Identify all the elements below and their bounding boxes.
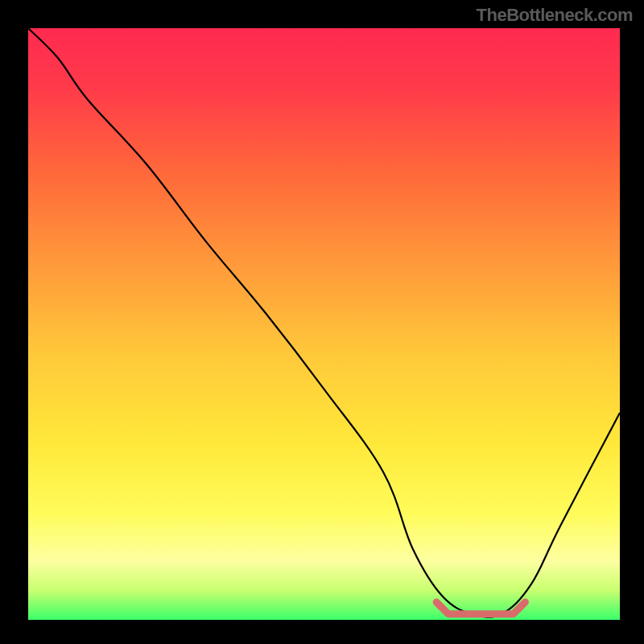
bottleneck-curve <box>28 28 620 617</box>
curve-svg <box>28 28 620 620</box>
chart-container: TheBottleneck.com <box>0 0 644 644</box>
watermark-text: TheBottleneck.com <box>477 5 633 26</box>
plot-area <box>28 28 620 620</box>
